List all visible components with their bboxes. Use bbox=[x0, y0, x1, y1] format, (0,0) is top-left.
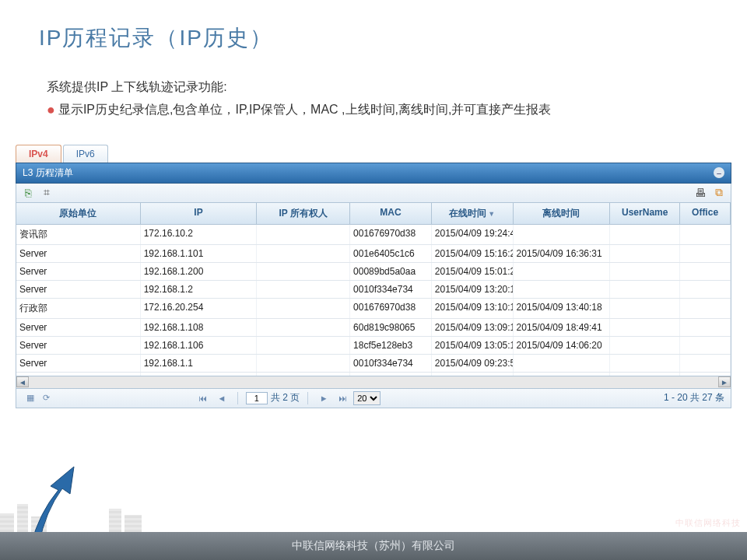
page-size-select[interactable]: 20 bbox=[353, 391, 381, 405]
table-cell bbox=[610, 245, 680, 262]
table-cell: 192.168.1.1 bbox=[141, 355, 258, 372]
table-cell bbox=[257, 337, 350, 354]
bullet-dot-icon: ● bbox=[47, 99, 55, 121]
report-icon[interactable]: ⌗ bbox=[40, 186, 54, 200]
table-cell: 2015/04/09 15:01:24 bbox=[432, 263, 514, 280]
table-cell bbox=[680, 337, 731, 354]
table-cell bbox=[514, 355, 611, 372]
download-icon[interactable]: ⧉ bbox=[712, 186, 726, 200]
table-cell bbox=[610, 263, 680, 280]
col-header-mac[interactable]: MAC bbox=[350, 203, 432, 224]
table-cell: 192.168.1.101 bbox=[141, 245, 258, 262]
col-header-offline[interactable]: 离线时间 bbox=[514, 203, 611, 224]
grid-container: IPv4 IPv6 L3 历程清单 – ⎘ ⌗ 🖶 ⧉ 原始单位 IP IP 所… bbox=[16, 145, 731, 408]
table-cell: 001e6405c1c6 bbox=[350, 245, 432, 262]
col-header-username[interactable]: UserName bbox=[610, 203, 680, 224]
table-row[interactable]: Server192.168.1.10010f334e7342015/04/09 … bbox=[16, 355, 731, 373]
horizontal-scrollbar[interactable]: ◄ ► bbox=[16, 376, 731, 389]
col-header-office[interactable]: Office bbox=[680, 203, 731, 224]
table-row[interactable]: Server192.168.1.10860d819c980652015/04/0… bbox=[16, 319, 731, 337]
table-cell: Server bbox=[16, 263, 141, 280]
table-cell: 192.168.1.108 bbox=[141, 319, 258, 336]
table-cell: Server bbox=[16, 319, 141, 336]
table-cell: 2015/04/09 13:05:15 bbox=[432, 337, 514, 354]
panel-title: L3 历程清单 bbox=[23, 166, 73, 180]
next-page-icon[interactable]: ► bbox=[317, 392, 330, 404]
scroll-left-icon[interactable]: ◄ bbox=[16, 376, 29, 387]
pager-info: 1 - 20 共 27 条 bbox=[664, 391, 724, 404]
table-cell: 001676970d38 bbox=[350, 225, 432, 244]
table-cell bbox=[514, 225, 611, 244]
print-icon[interactable]: 🖶 bbox=[693, 186, 707, 200]
table-cell: 18cf5e128eb3 bbox=[350, 337, 432, 354]
table-cell: 2015/04/09 13:09:16 bbox=[432, 319, 514, 336]
table-cell bbox=[680, 319, 731, 336]
table-row[interactable]: Server192.168.1.101001e6405c1c62015/04/0… bbox=[16, 245, 731, 263]
description-bullet-text: 显示IP历史纪录信息,包含单位，IP,IP保管人，MAC ,上线时间,离线时间,… bbox=[58, 99, 700, 121]
table-row[interactable]: Server192.168.1.20010f334e7342015/04/09 … bbox=[16, 281, 731, 299]
grid-toolbar: ⎘ ⌗ 🖶 ⧉ bbox=[16, 184, 731, 203]
table-cell: 192.168.1.2 bbox=[141, 281, 258, 298]
col-header-owner[interactable]: IP 所有权人 bbox=[257, 203, 350, 224]
pager-bar: ▦ ⟳ ⏮ ◄ 共 2 页 ► ⏭ 20 1 - 20 共 27 条 bbox=[16, 389, 731, 408]
export-icon[interactable]: ⎘ bbox=[21, 186, 35, 200]
table-cell: 001676970d38 bbox=[350, 299, 432, 318]
table-cell bbox=[257, 225, 350, 244]
table-cell bbox=[610, 281, 680, 298]
grid-body: 资讯部172.16.10.2001676970d382015/04/09 19:… bbox=[16, 225, 731, 376]
table-cell: 0010f334e734 bbox=[350, 355, 432, 372]
table-cell: 2015/04/09 13:40:18 bbox=[514, 299, 611, 318]
table-cell: 172.16.10.2 bbox=[141, 225, 258, 244]
refresh-icon[interactable]: ⟳ bbox=[40, 392, 52, 404]
table-cell: 192.168.1.106 bbox=[141, 337, 258, 354]
table-cell: 2015/04/09 19:24:44 bbox=[432, 225, 514, 244]
table-cell bbox=[257, 281, 350, 298]
table-cell: 00089bd5a0aa bbox=[350, 263, 432, 280]
page-number-input[interactable] bbox=[246, 392, 268, 404]
table-cell bbox=[680, 299, 731, 318]
first-page-icon[interactable]: ⏮ bbox=[197, 392, 209, 404]
table-cell bbox=[257, 299, 350, 318]
last-page-icon[interactable]: ⏭ bbox=[336, 392, 349, 404]
scroll-right-icon[interactable]: ► bbox=[718, 376, 731, 387]
total-pages-label: 共 2 页 bbox=[271, 391, 300, 404]
table-row[interactable]: Server192.168.1.20000089bd5a0aa2015/04/0… bbox=[16, 263, 731, 281]
table-cell bbox=[680, 245, 731, 262]
watermark-text: 中联信网络科技 bbox=[675, 517, 741, 529]
table-cell bbox=[680, 225, 731, 244]
col-header-online[interactable]: 在线时间▼ bbox=[432, 203, 514, 224]
footer-bar: 中联信网络科技（苏州）有限公司 bbox=[0, 532, 747, 560]
collapse-icon[interactable]: – bbox=[714, 167, 724, 178]
panel-header: L3 历程清单 – bbox=[16, 163, 731, 184]
tab-ipv6[interactable]: IPv6 bbox=[63, 145, 108, 163]
prev-page-icon[interactable]: ◄ bbox=[216, 392, 228, 404]
table-cell: 2015/04/09 15:16:25 bbox=[432, 245, 514, 262]
sort-desc-icon: ▼ bbox=[488, 210, 495, 218]
col-header-ip[interactable]: IP bbox=[141, 203, 258, 224]
table-cell bbox=[680, 355, 731, 372]
table-cell bbox=[680, 263, 731, 280]
table-cell: 2015/04/09 16:36:31 bbox=[514, 245, 611, 262]
table-cell bbox=[257, 263, 350, 280]
table-cell: 192.168.1.200 bbox=[141, 263, 258, 280]
table-cell: 2015/04/09 13:20:17 bbox=[432, 281, 514, 298]
table-row[interactable]: 资讯部172.16.10.2001676970d382015/04/09 19:… bbox=[16, 225, 731, 245]
table-cell: Server bbox=[16, 337, 141, 354]
columns-icon[interactable]: ▦ bbox=[24, 392, 37, 404]
protocol-tabs: IPv4 IPv6 bbox=[16, 145, 731, 163]
table-cell: Server bbox=[16, 355, 141, 372]
tab-ipv4[interactable]: IPv4 bbox=[16, 145, 61, 163]
table-cell: 行政部 bbox=[16, 299, 141, 318]
table-row[interactable]: 行政部172.16.20.254001676970d382015/04/09 1… bbox=[16, 299, 731, 319]
table-cell bbox=[257, 319, 350, 336]
description-block: 系统提供IP 上下线轨迹记录功能: ● 显示IP历史纪录信息,包含单位，IP,I… bbox=[0, 53, 747, 137]
col-header-unit[interactable]: 原始单位 bbox=[16, 203, 141, 224]
table-cell bbox=[257, 355, 350, 372]
table-row[interactable]: Server192.168.1.10618cf5e128eb32015/04/0… bbox=[16, 337, 731, 355]
table-cell: Server bbox=[16, 245, 141, 262]
table-cell: 2015/04/09 09:23:59 bbox=[432, 355, 514, 372]
table-cell bbox=[680, 281, 731, 298]
table-cell: 2015/04/09 13:10:16 bbox=[432, 299, 514, 318]
table-cell bbox=[610, 225, 680, 244]
description-intro: 系统提供IP 上下线轨迹记录功能: bbox=[47, 76, 700, 99]
